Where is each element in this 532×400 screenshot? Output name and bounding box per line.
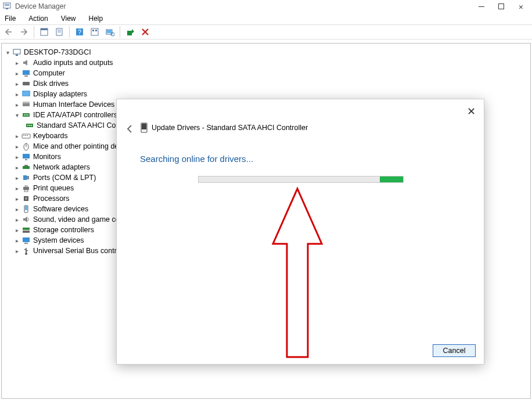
- printer-icon: [21, 183, 31, 193]
- properties-button[interactable]: [53, 26, 66, 38]
- expand-icon[interactable]: ▸: [13, 175, 20, 181]
- audio-icon: [21, 58, 31, 67]
- monitor-icon: [21, 152, 31, 161]
- expand-icon[interactable]: ▸: [13, 248, 20, 254]
- expand-icon[interactable]: ▸: [13, 217, 20, 223]
- toolbar: ?: [0, 24, 532, 39]
- minimize-button[interactable]: [477, 2, 486, 10]
- svg-point-34: [31, 125, 32, 126]
- svg-rect-54: [23, 228, 30, 230]
- software-icon: [21, 204, 31, 214]
- expand-icon[interactable]: ▸: [13, 164, 20, 171]
- window-title: Device Manager: [15, 2, 66, 10]
- svg-rect-26: [23, 102, 30, 103]
- dialog-title: Update Drivers - Standard SATA AHCI Cont…: [152, 124, 308, 132]
- expand-icon[interactable]: ▸: [13, 133, 20, 139]
- svg-rect-49: [24, 190, 28, 192]
- svg-rect-57: [24, 243, 28, 244]
- system-icon: [21, 236, 31, 245]
- tree-item-audio[interactable]: ▸Audio inputs and outputs: [4, 57, 528, 68]
- svg-rect-35: [22, 134, 30, 138]
- svg-rect-17: [127, 31, 132, 35]
- expand-icon[interactable]: ▸: [13, 81, 20, 87]
- menu-help[interactable]: Help: [87, 13, 106, 24]
- uninstall-button[interactable]: [139, 26, 152, 38]
- svg-point-33: [29, 125, 30, 126]
- ide-icon: [21, 110, 31, 120]
- svg-rect-15: [107, 30, 112, 33]
- expand-icon[interactable]: ▾: [13, 112, 20, 118]
- expand-icon[interactable]: ▾: [4, 49, 11, 56]
- app-icon: [2, 1, 12, 12]
- view-button[interactable]: [88, 26, 101, 38]
- dialog-back-button[interactable]: [125, 124, 135, 136]
- svg-point-28: [24, 114, 25, 116]
- tree-item-label: Keyboards: [33, 132, 68, 140]
- disk-icon: [21, 79, 31, 88]
- svg-rect-44: [24, 165, 28, 166]
- svg-point-30: [27, 114, 28, 116]
- expand-icon[interactable]: ▸: [13, 227, 20, 233]
- svg-rect-41: [23, 154, 30, 158]
- expand-icon[interactable]: ▸: [13, 102, 20, 108]
- menu-view[interactable]: View: [59, 13, 78, 24]
- help-button[interactable]: ?: [73, 26, 86, 38]
- svg-rect-42: [25, 159, 27, 160]
- menu-action[interactable]: Action: [26, 13, 50, 24]
- monitor-icon: [21, 69, 31, 78]
- update-drivers-dialog: ✕ Update Drivers - Standard SATA AHCI Co…: [116, 99, 484, 365]
- svg-rect-24: [23, 92, 29, 95]
- svg-rect-1: [5, 4, 9, 5]
- tree-item-label: Monitors: [33, 153, 61, 161]
- maximize-button[interactable]: [497, 2, 505, 10]
- back-button[interactable]: [2, 26, 15, 38]
- expand-icon[interactable]: ▸: [13, 154, 20, 160]
- svg-rect-21: [24, 75, 28, 77]
- expand-icon[interactable]: ▸: [13, 237, 20, 244]
- tree-item-display[interactable]: ▸Display adapters: [4, 89, 528, 99]
- scan-hardware-button[interactable]: [103, 26, 116, 38]
- tree-item-label: Network adapters: [33, 163, 90, 171]
- svg-rect-19: [16, 55, 18, 56]
- dialog-close-button[interactable]: ✕: [467, 105, 476, 118]
- tree-item-label: Software devices: [33, 205, 88, 213]
- expand-icon[interactable]: ▸: [13, 143, 20, 150]
- update-driver-button[interactable]: [124, 26, 136, 38]
- show-hidden-button[interactable]: [38, 26, 51, 38]
- cancel-button[interactable]: Cancel: [433, 344, 476, 357]
- menu-file[interactable]: File: [2, 13, 18, 24]
- svg-rect-25: [23, 103, 30, 106]
- tree-item-disk[interactable]: ▸Disk drives: [4, 78, 528, 89]
- expand-icon[interactable]: ▸: [13, 196, 20, 202]
- forward-button[interactable]: [17, 26, 30, 38]
- close-button[interactable]: ✕: [517, 2, 525, 10]
- expand-icon[interactable]: ▸: [13, 91, 20, 98]
- expand-icon[interactable]: ▸: [13, 185, 20, 192]
- tree-item-computer[interactable]: ▸Computer: [4, 68, 528, 78]
- tree-item-label: Processors: [33, 194, 70, 203]
- expand-icon[interactable]: ▸: [13, 70, 20, 77]
- tree-item-label: Mice and other pointing de: [33, 142, 118, 150]
- expand-icon[interactable]: ▸: [13, 60, 20, 66]
- usb-icon: [21, 246, 31, 255]
- svg-rect-45: [23, 175, 27, 180]
- port-icon: [21, 173, 31, 182]
- progress-bar: [198, 176, 404, 183]
- display-icon: [21, 89, 31, 99]
- svg-point-58: [25, 253, 27, 255]
- svg-point-32: [27, 125, 28, 126]
- computer-icon: [12, 48, 21, 57]
- expand-icon[interactable]: ▸: [13, 206, 20, 212]
- svg-rect-56: [23, 237, 30, 242]
- storage-icon: [21, 225, 31, 235]
- tree-item-label: Audio inputs and outputs: [33, 59, 113, 67]
- svg-rect-48: [24, 185, 28, 187]
- tree-subitem-label: Standard SATA AHCI Co: [37, 121, 116, 129]
- svg-rect-12: [92, 30, 94, 31]
- tree-item-label: IDE ATA/ATAPI controllers: [33, 111, 117, 119]
- tree-root-label: DESKTOP-733DGCI: [24, 48, 91, 56]
- mouse-icon: [21, 142, 31, 151]
- svg-rect-11: [91, 28, 98, 35]
- tree-root[interactable]: ▾ DESKTOP-733DGCI: [4, 47, 528, 57]
- svg-rect-61: [142, 124, 146, 129]
